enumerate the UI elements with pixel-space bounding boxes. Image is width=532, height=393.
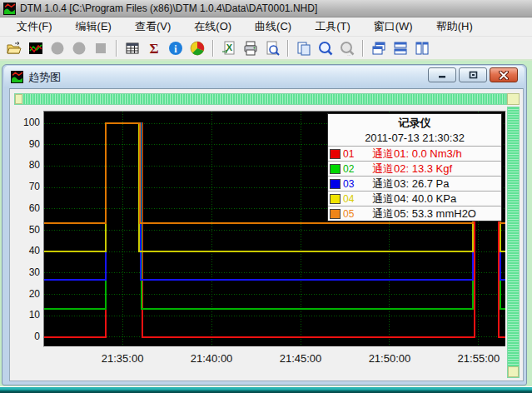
- y-tick-50: 50: [14, 224, 40, 236]
- trend-window-title: 趋势图: [28, 70, 61, 85]
- channel-number: 01: [343, 148, 363, 160]
- export-excel-icon: X: [221, 40, 237, 57]
- legend-timestamp: 2011-07-13 21:30:32: [328, 131, 501, 146]
- y-tick-70: 70: [14, 181, 40, 192]
- menu-item-curve[interactable]: 曲线(C): [243, 17, 303, 36]
- minimize-icon: [438, 71, 446, 79]
- y-tick-80: 80: [14, 159, 40, 171]
- svg-text:...: ...: [347, 52, 351, 57]
- channel-number: 05: [343, 208, 363, 220]
- app-logo-icon: [3, 2, 16, 15]
- record-button: [47, 38, 67, 58]
- export-excel-button[interactable]: X: [219, 38, 239, 58]
- channel-number: 03: [343, 178, 363, 190]
- window-bottom-border: [0, 386, 532, 393]
- menu-item-tools[interactable]: 工具(T): [303, 17, 362, 36]
- trend-graph-icon: [27, 40, 44, 57]
- legend-row-04: 04通道04: 40.0 KPa: [328, 191, 501, 206]
- monitor-button: [69, 38, 89, 58]
- y-tick-30: 30: [14, 266, 40, 278]
- menu-item-help[interactable]: 帮助(H): [425, 17, 485, 36]
- data-table-button[interactable]: [122, 38, 142, 58]
- tile-vertical-icon: [414, 40, 430, 57]
- print-button[interactable]: [241, 38, 261, 58]
- close-button[interactable]: [490, 67, 518, 82]
- trend-graph-button[interactable]: [26, 38, 46, 58]
- dtm-application-window: DTM 1.0.4 [C:\Program Files (x86)\DTM 1.…: [0, 0, 532, 393]
- svg-text:Σ: Σ: [149, 41, 158, 57]
- copy-button[interactable]: [294, 38, 314, 58]
- time-slider-thumb[interactable]: [15, 94, 22, 104]
- menu-item-online[interactable]: 在线(O): [182, 17, 243, 36]
- close-icon: [499, 71, 509, 80]
- legend-row-01: 01通道01: 0.0 Nm3/h: [328, 146, 501, 161]
- x-tick-1: 21:40:00: [182, 353, 241, 365]
- zoom-out-button: ...: [337, 38, 357, 58]
- zoom-out-icon: ...: [339, 40, 355, 57]
- channel-number: 04: [343, 193, 363, 205]
- y-tick-60: 60: [14, 202, 40, 214]
- pie-chart-button[interactable]: [187, 38, 207, 58]
- legend-row-02: 02通道02: 13.3 Kgf: [328, 161, 501, 176]
- print-preview-button[interactable]: [262, 38, 282, 58]
- menu-item-file[interactable]: 文件(F): [5, 17, 64, 36]
- channel-value-label: 通道02: 13.3 Kgf: [372, 162, 452, 177]
- channel-value-label: 通道05: 53.3 mmH2O: [372, 206, 476, 221]
- tile-horizontal-button[interactable]: [390, 38, 410, 58]
- zoom-button[interactable]: [316, 38, 336, 58]
- stop-button: [91, 38, 111, 58]
- menu-item-window[interactable]: 窗口(W): [362, 17, 425, 36]
- sum-sigma-button[interactable]: Σ: [144, 38, 164, 58]
- trend-chart-window: 趋势图: [2, 64, 527, 386]
- tile-horizontal-icon: [392, 40, 409, 57]
- menu-bar: 文件(F)编辑(E)查看(V)在线(O)曲线(C)工具(T)窗口(W)帮助(H): [0, 17, 532, 37]
- menu-item-edit[interactable]: 编辑(E): [64, 17, 123, 36]
- print-preview-icon: [264, 40, 281, 57]
- info-icon: i: [167, 40, 184, 57]
- channel-value-label: 通道01: 0.0 Nm3/h: [372, 147, 462, 162]
- monitor-icon: [71, 40, 87, 57]
- cascade-windows-button[interactable]: [369, 38, 389, 58]
- x-tick-0: 21:35:00: [93, 353, 152, 365]
- cascade-windows-icon: [370, 40, 387, 57]
- y-tick-100: 100: [14, 117, 40, 128]
- y-tick-10: 10: [14, 309, 40, 321]
- slider-corner-box: [507, 93, 520, 105]
- record-icon: [49, 40, 66, 57]
- y-tick-0: 0: [14, 331, 40, 342]
- channel-color-swatch: [330, 194, 341, 204]
- toolbar: Σ i X ...: [0, 37, 532, 61]
- y-tick-40: 40: [14, 245, 40, 256]
- y-tick-20: 20: [14, 288, 40, 300]
- maximize-icon: [469, 71, 478, 79]
- x-tick-2: 21:45:00: [271, 353, 330, 365]
- app-titlebar[interactable]: DTM 1.0.4 [C:\Program Files (x86)\DTM 1.…: [0, 0, 532, 17]
- value-slider-thumb[interactable]: [508, 366, 519, 377]
- trend-window-icon: [11, 71, 23, 83]
- app-title: DTM 1.0.4 [C:\Program Files (x86)\DTM 1.…: [20, 2, 317, 14]
- value-slider-track[interactable]: [507, 107, 520, 378]
- open-file-icon: [6, 40, 22, 57]
- zoom-icon: [317, 40, 334, 57]
- channel-value-label: 通道04: 40.0 KPa: [372, 192, 456, 206]
- svg-text:X: X: [226, 42, 233, 52]
- menu-item-view[interactable]: 查看(V): [123, 17, 182, 36]
- channel-number: 02: [343, 163, 363, 175]
- legend-title: 记录仪: [328, 114, 501, 131]
- open-file-button[interactable]: [4, 38, 24, 58]
- time-slider-track[interactable]: [14, 93, 507, 105]
- y-tick-90: 90: [14, 138, 40, 150]
- legend-row-03: 03通道03: 26.7 Pa: [328, 176, 501, 191]
- legend-box: 记录仪 2011-07-13 21:30:32 01通道01: 0.0 Nm3/…: [327, 113, 502, 221]
- pie-chart-icon: [189, 40, 206, 57]
- print-icon: [242, 40, 259, 57]
- info-button[interactable]: i: [166, 38, 186, 58]
- legend-row-05: 05通道05: 53.3 mmH2O: [328, 206, 501, 221]
- channel-value-label: 通道03: 26.7 Pa: [372, 177, 450, 192]
- tile-vertical-button[interactable]: [412, 38, 432, 58]
- data-table-icon: [124, 40, 141, 57]
- channel-color-swatch: [330, 179, 341, 189]
- maximize-button[interactable]: [459, 67, 487, 82]
- copy-icon: [296, 40, 312, 57]
- minimize-button[interactable]: [428, 67, 456, 82]
